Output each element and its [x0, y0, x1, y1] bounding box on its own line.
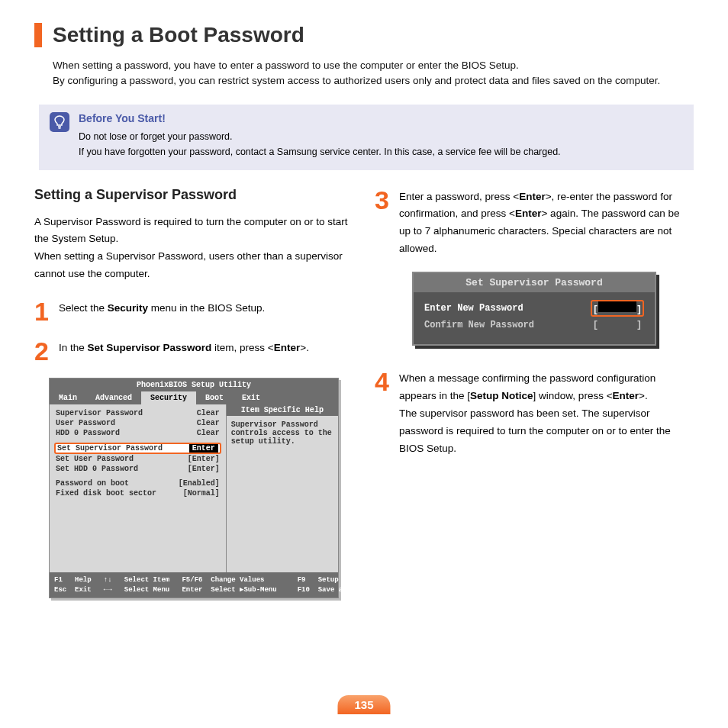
bracket: ]: [636, 304, 642, 315]
password-label: Confirm New Password: [424, 320, 534, 330]
bios-item-value: Clear: [197, 429, 220, 437]
bios-item-value: [Enabled]: [179, 479, 220, 488]
step-bold: Enter: [519, 191, 546, 202]
tip-title: Before You Start!: [79, 112, 561, 124]
step-text: item, press <: [211, 342, 273, 353]
bios-help-panel: Item Specific Help Supervisor Password c…: [226, 404, 338, 572]
step-bold: Enter: [274, 342, 301, 353]
bios-screenshot: PhoenixBIOS Setup Utility Main Advanced …: [49, 378, 339, 598]
bios-tab-boot: Boot: [196, 391, 233, 404]
page-title: Setting a Boot Password: [53, 23, 304, 47]
bios-item-label: Set User Password: [56, 455, 134, 463]
password-row-confirm: Confirm New Password []: [424, 320, 644, 330]
bios-help-text: Supervisor Password controls access to t…: [231, 420, 333, 446]
bios-tabs: Main Advanced Security Boot Exit: [50, 391, 338, 404]
bios-item-value: Clear: [197, 409, 220, 417]
bios-tab-advanced: Advanced: [86, 391, 141, 404]
bios-item-value: [Normal]: [183, 489, 220, 498]
bios-item-label: User Password: [56, 419, 115, 427]
bios-tab-main: Main: [50, 391, 86, 404]
password-field: []: [591, 320, 644, 330]
step-text: >.: [300, 342, 309, 353]
right-column: 3 Enter a password, press <Enter>, re-en…: [375, 187, 694, 599]
bios-item-label: Set HDD 0 Password: [56, 465, 138, 473]
password-label: Enter New Password: [424, 303, 523, 314]
password-field-active: []: [591, 300, 644, 317]
bios-items: Supervisor PasswordClear User PasswordCl…: [50, 404, 226, 572]
step-bold: Set Supervisor Password: [88, 342, 212, 353]
page-number: 135: [337, 695, 390, 714]
step-bold: Enter: [613, 390, 639, 401]
intro-paragraph: When setting a password, you have to ent…: [53, 58, 694, 89]
bios-footer-line: F1 Help ↑↓ Select Item F5/F6 Change Valu…: [54, 575, 375, 585]
bios-tab-security: Security: [141, 391, 196, 404]
lightbulb-icon: [50, 112, 69, 132]
step-3: 3 Enter a password, press <Enter>, re-en…: [375, 187, 694, 259]
bios-item-label: Set Supervisor Password: [57, 444, 163, 453]
step-text: menu in the BIOS Setup.: [148, 302, 265, 314]
section-intro: A Supervisor Password is required to tur…: [34, 214, 353, 284]
step-1: 1 Select the Security menu in the BIOS S…: [34, 298, 353, 324]
step-4: 4 When a message confirming the password…: [375, 369, 694, 458]
tip-box: Before You Start! Do not lose or forget …: [39, 105, 694, 170]
step-text: >.: [639, 390, 648, 401]
bios-item-value: Enter: [189, 444, 218, 453]
bracket: [: [593, 304, 598, 315]
bracket: [: [593, 320, 598, 330]
left-column: Setting a Supervisor Password A Supervis…: [34, 187, 353, 599]
password-row-enter: Enter New Password []: [424, 300, 644, 317]
bios-tab-exit: Exit: [233, 391, 269, 404]
step-number: 4: [375, 369, 391, 458]
section-heading: Setting a Supervisor Password: [34, 187, 353, 203]
bios-footer-line: Esc Exit ←→ Select Menu Enter Select ▶Su…: [54, 585, 372, 595]
bracket: ]: [636, 320, 642, 330]
bios-item-value: [Enter]: [188, 455, 220, 463]
bios-footer: F1 Help ↑↓ Select Item F5/F6 Change Valu…: [50, 572, 338, 598]
password-dialog: Set Supervisor Password Enter New Passwo…: [412, 272, 656, 346]
bios-item-label: Password on boot: [56, 479, 129, 488]
tip-line-1: Do not lose or forget your password.: [79, 129, 561, 144]
step-text: The supervisor password has been set. Th…: [399, 407, 671, 454]
step-number: 3: [375, 187, 391, 259]
bios-item-label: HDD 0 Password: [56, 429, 120, 437]
password-dialog-title: Set Supervisor Password: [414, 273, 655, 292]
step-number: 2: [34, 338, 51, 364]
step-text: Enter a password, press <: [399, 191, 519, 202]
bios-help-title: Item Specific Help: [227, 404, 338, 416]
step-2: 2 In the Set Supervisor Password item, p…: [34, 338, 353, 364]
step-bold: Setup Notice: [470, 390, 533, 401]
bios-item-label: Supervisor Password: [56, 409, 143, 417]
bios-item-highlighted: Set Supervisor PasswordEnter: [54, 443, 221, 454]
bios-utility-title: PhoenixBIOS Setup Utility: [50, 378, 338, 391]
title-accent-bar: [34, 23, 42, 47]
step-text: Select the: [59, 302, 108, 314]
bios-item-value: [Enter]: [188, 465, 220, 473]
step-text: ] window, press <: [533, 390, 613, 401]
bios-item-value: Clear: [197, 419, 220, 427]
title-row: Setting a Boot Password: [34, 23, 694, 47]
step-bold: Security: [108, 302, 148, 314]
bios-item-label: Fixed disk boot sector: [56, 489, 156, 498]
step-text: In the: [59, 342, 88, 353]
tip-line-2: If you have forgotten your password, con…: [79, 144, 561, 159]
step-number: 1: [34, 298, 51, 324]
step-bold: Enter: [515, 208, 542, 219]
